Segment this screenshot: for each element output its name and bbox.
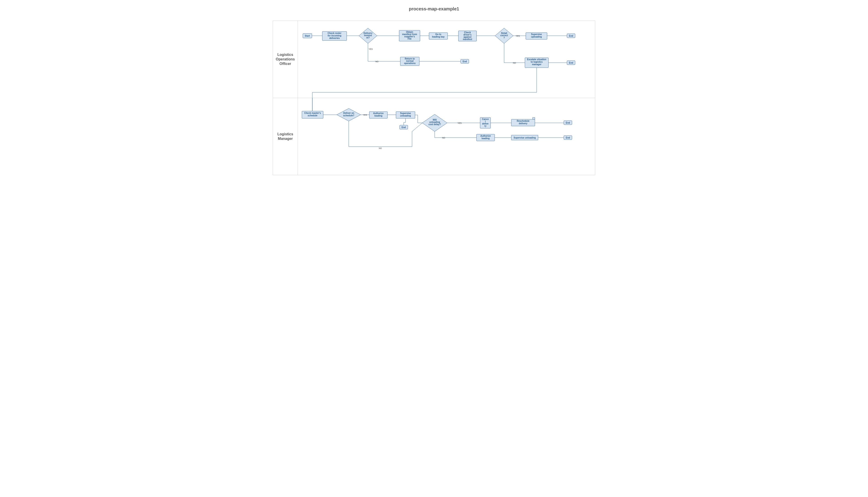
node-end-4: End — [400, 125, 408, 129]
node-deliver-on-schedule: Deliver onschedule? Deliver on schedule? — [337, 109, 361, 121]
node-end-2: End — [461, 59, 469, 63]
label-d2-yes: YES — [457, 122, 461, 124]
node-supervise-uploading: Superviseuploading Supervise uploading — [526, 32, 547, 39]
svg-text:Check rosterfor incomingdelive: Check rosterfor incomingdeliveries — [327, 32, 341, 39]
lane-logistics-officer: Logistics Operations Officer Start Check… — [273, 21, 595, 98]
node-end-5: End — [564, 120, 572, 125]
lane-header-officer: Logistics Operations Officer — [273, 21, 298, 98]
svg-text:Authorizeloading: Authorizeloading — [480, 134, 491, 140]
node-reschedule-delivery: Rescheduledelivery Reschedule delivery — [511, 117, 535, 126]
node-check-drivers: Checkdriver'sagainstmanifest Check drive… — [458, 31, 476, 41]
svg-text:End: End — [463, 60, 467, 63]
node-start: Start — [303, 33, 312, 38]
node-authorize-loading-2: Authorizeloading Authorize loading — [476, 134, 495, 141]
svg-rect-56 — [533, 117, 535, 119]
swimlane-container: Logistics Operations Officer Start Check… — [273, 20, 595, 175]
node-end-3: End — [567, 61, 575, 65]
svg-text:End: End — [569, 34, 573, 37]
lane-logistics-manager: Logistics Manager Check master'sschedule… — [273, 98, 595, 175]
node-obtain-manifest: Obtainmanifest fromsupplier'sFile Obtain… — [399, 30, 420, 41]
label-d2-no: NO — [442, 137, 445, 139]
svg-text:End: End — [566, 137, 570, 139]
label-detail-no: NO — [513, 62, 516, 64]
label-imminent-yes: YES — [369, 48, 373, 50]
label-imminent-no: NO — [376, 60, 379, 63]
svg-text:Superviseunloading: Superviseunloading — [400, 112, 411, 117]
svg-text:End: End — [569, 61, 573, 64]
label-schedule-yes: YES — [363, 114, 367, 116]
diagram-title: process-map-example1 — [270, 0, 598, 20]
svg-text:Checkdriver'sagainstmanifest: Checkdriver'sagainstmanifest — [463, 31, 472, 41]
node-check-master-schedule: Check master'sschedule Check master's sc… — [302, 111, 323, 118]
lane-body-manager-svg: Check master'sschedule Check master's sc… — [298, 98, 595, 175]
label-detail-yes: YES — [516, 35, 520, 37]
node-check-roster: Check rosterfor incomingdeliveries Check… — [322, 31, 347, 41]
svg-text:End: End — [566, 122, 570, 124]
edge-schedule-no-loop — [349, 121, 422, 147]
svg-text:Authorizeloading: Authorizeloading — [373, 112, 384, 117]
label-schedule-no: NO — [379, 147, 382, 150]
node-delivery-imminent: Deliveryimminent? Delivery imminent? — [359, 28, 377, 43]
node-escalate: Escalate situationto logisticsmanager Es… — [525, 58, 548, 68]
node-end-1: End — [567, 34, 575, 38]
node-goto-loading-bay: Go toloading bay Go to loading bay — [429, 32, 447, 39]
node-unloading-cost-delay: Willunloadingcost delay? Will unloading … — [422, 114, 447, 131]
node-supervise-unloading-1: Superviseunloading Supervise unloading — [396, 112, 415, 118]
node-cancel-delivery: Canceldelivery Cancel delivery — [480, 117, 490, 128]
node-return-normal: Return tonormaloperations Return to norm… — [400, 57, 419, 66]
svg-text:Start: Start — [305, 34, 310, 37]
node-supervise-unloading-2: Supervise unloading — [511, 135, 538, 140]
svg-text:End: End — [402, 126, 406, 129]
svg-text:Supervise unloading: Supervise unloading — [514, 137, 536, 139]
lane-header-manager: Logistics Manager — [273, 98, 298, 175]
svg-text:Deliver onschedule?: Deliver onschedule? — [343, 112, 354, 117]
lane-body-officer-svg: Start Check rosterfor incomingdeliveries… — [298, 21, 595, 111]
node-authorize-loading-1: Authorizeloading Authorize loading — [369, 112, 387, 118]
edge-sup1-to-end4 — [404, 118, 406, 125]
edge-sup1-to-diamond2 — [415, 115, 422, 123]
node-end-6: End — [564, 136, 572, 140]
node-detail-correct: Detailcorrect? Detail correct? — [495, 28, 513, 43]
edge-diamond2-no — [435, 131, 476, 138]
svg-text:Superviseuploading: Superviseuploading — [531, 33, 542, 38]
